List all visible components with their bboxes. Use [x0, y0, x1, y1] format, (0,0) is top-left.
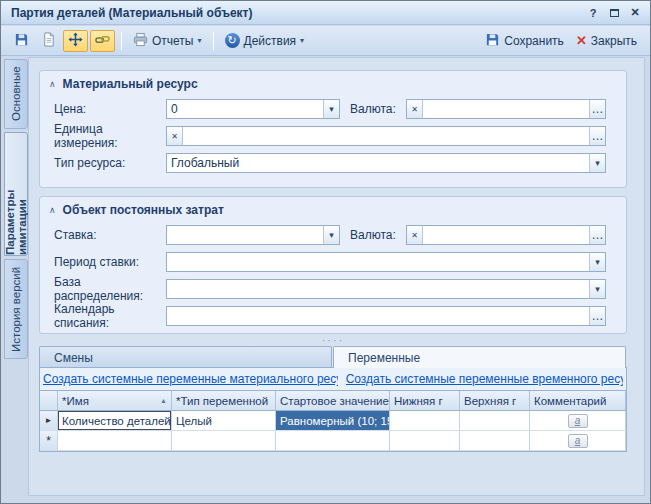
tab-main[interactable]: Основные: [4, 59, 28, 129]
actions-button[interactable]: ↻ Действия ▾: [220, 30, 310, 52]
close-button[interactable]: ✕: [626, 5, 644, 21]
links-row: Создать системные переменные материально…: [40, 368, 626, 390]
memo-edit-button[interactable]: a: [568, 434, 588, 448]
current-row-indicator: ►: [40, 411, 58, 431]
window-controls: ? ✕: [584, 5, 644, 21]
writeoff-calendar-label: Календарь списания:: [54, 302, 166, 330]
clear-icon[interactable]: ✕: [407, 100, 423, 118]
cell-type[interactable]: [172, 431, 276, 451]
rate-input[interactable]: ▾: [166, 225, 340, 245]
side-tab-strip: Основные Параметры имитации История верс…: [4, 59, 28, 495]
chain-link-icon: [95, 32, 110, 50]
group-fixed-cost: ∧ Объект постоянных затрат Ставка: ▾ Вал…: [39, 196, 627, 334]
price-row: Цена: 0 ▾ Валюта: ✕ …: [54, 99, 606, 119]
writeoff-calendar-input[interactable]: …: [166, 306, 606, 326]
resource-type-value: Глобальный: [167, 154, 589, 172]
rate-row: Ставка: ▾ Валюта: ✕ …: [54, 225, 606, 245]
ellipsis-button[interactable]: …: [589, 226, 605, 244]
column-header-type[interactable]: *Тип переменной: [172, 391, 276, 411]
rate-period-label: Период ставки:: [54, 255, 166, 269]
floppy-icon: [485, 32, 500, 50]
resource-type-select[interactable]: Глобальный ▾: [166, 153, 606, 173]
maximize-button[interactable]: [605, 5, 623, 21]
move-arrows-icon: [68, 32, 83, 50]
currency-input[interactable]: ✕ …: [406, 99, 606, 119]
ellipsis-button[interactable]: …: [589, 127, 605, 145]
writeoff-calendar-row: Календарь списания: …: [54, 306, 606, 326]
price-value: 0: [167, 100, 323, 118]
group-fixed-cost-header[interactable]: ∧ Объект постоянных затрат: [40, 197, 626, 221]
group-title: Материальный ресурс: [63, 77, 198, 91]
help-button[interactable]: ?: [584, 5, 602, 21]
create-material-variables-link[interactable]: Создать системные переменные материально…: [43, 372, 338, 386]
cell-type[interactable]: Целый: [172, 411, 276, 431]
close-dialog-button[interactable]: ✕ Закрыть: [571, 30, 642, 52]
sort-asc-icon: ▲: [160, 397, 167, 404]
column-header-name[interactable]: *Имя ▲: [58, 391, 172, 411]
tab-simulation-parameters[interactable]: Параметры имитации: [4, 132, 28, 256]
cell-upper[interactable]: [460, 431, 530, 451]
cell-lower[interactable]: [390, 411, 460, 431]
splitter-handle[interactable]: ····: [39, 334, 627, 346]
rate-period-select[interactable]: ▾: [166, 252, 606, 272]
current-row-icon: ►: [45, 416, 53, 425]
chevron-down-icon[interactable]: ▾: [323, 226, 339, 244]
tab-shifts[interactable]: Смены: [39, 346, 332, 368]
grid-header-row: *Имя ▲ *Тип переменной Стартовое значени…: [40, 391, 626, 411]
cell-start-value[interactable]: [276, 431, 390, 451]
chevron-down-icon: ▾: [197, 36, 201, 45]
cell-comment[interactable]: a: [530, 411, 626, 431]
price-input[interactable]: 0 ▾: [166, 99, 340, 119]
tab-variables[interactable]: Переменные: [333, 346, 626, 368]
document-button[interactable]: [36, 30, 61, 52]
move-button[interactable]: [63, 30, 88, 52]
rate-currency-input[interactable]: ✕ …: [406, 225, 606, 245]
chevron-down-icon: ▾: [300, 36, 304, 45]
clear-icon[interactable]: ✕: [407, 226, 423, 244]
group-material-resource-header[interactable]: ∧ Материальный ресурс: [40, 71, 626, 95]
reports-button[interactable]: Отчеты ▾: [128, 30, 207, 52]
chevron-down-icon[interactable]: ▾: [589, 253, 605, 271]
bottom-tab-strip: Смены Переменные: [39, 346, 627, 368]
tab-version-history[interactable]: История версий: [4, 259, 28, 359]
new-row-indicator: *: [40, 431, 58, 451]
collapse-icon: ∧: [49, 205, 56, 215]
cell-comment[interactable]: a: [530, 431, 626, 451]
column-header-start-value[interactable]: Стартовое значение: [276, 391, 390, 411]
save-button[interactable]: Сохранить: [480, 30, 569, 52]
toolbar-separator: [213, 32, 214, 50]
column-header-lower[interactable]: Нижняя г: [390, 391, 460, 411]
cell-name[interactable]: Количество деталей: [58, 411, 172, 431]
cell-start-value[interactable]: Равномерный (10; 15): [276, 411, 390, 431]
cell-name[interactable]: [58, 431, 172, 451]
floppy-icon: [14, 32, 29, 50]
title-bar[interactable]: Партия деталей (Материальный объект) ? ✕: [1, 1, 650, 25]
actions-icon: ↻: [225, 33, 240, 48]
create-time-variables-link[interactable]: Создать системные переменные временного …: [346, 372, 623, 386]
rate-period-value: [167, 253, 589, 271]
clear-icon[interactable]: ✕: [167, 127, 183, 145]
save-icon-button[interactable]: [9, 30, 34, 52]
column-header-upper[interactable]: Верхняя г: [460, 391, 530, 411]
printer-icon: [133, 32, 148, 50]
ellipsis-button[interactable]: …: [589, 100, 605, 118]
row-indicator-header: [40, 391, 58, 411]
distribution-base-row: База распределения: ▾: [54, 279, 606, 299]
cell-upper[interactable]: [460, 411, 530, 431]
chevron-down-icon[interactable]: ▾: [589, 280, 605, 298]
collapse-icon: ∧: [49, 79, 56, 89]
cell-lower[interactable]: [390, 431, 460, 451]
link-button[interactable]: [90, 30, 115, 52]
group-material-resource: ∧ Материальный ресурс Цена: 0 ▾ Валюта: …: [39, 70, 627, 188]
memo-edit-button[interactable]: a: [568, 414, 588, 428]
chevron-down-icon[interactable]: ▾: [323, 100, 339, 118]
price-label: Цена:: [54, 102, 166, 116]
column-header-comment[interactable]: Комментарий: [530, 391, 626, 411]
writeoff-calendar-value: [167, 307, 589, 325]
unit-input[interactable]: ✕ …: [166, 126, 606, 146]
document-icon: [41, 32, 56, 50]
unit-row: Единица измерения: ✕ …: [54, 126, 606, 146]
ellipsis-button[interactable]: …: [589, 307, 605, 325]
chevron-down-icon[interactable]: ▾: [589, 154, 605, 172]
distribution-base-select[interactable]: ▾: [166, 279, 606, 299]
